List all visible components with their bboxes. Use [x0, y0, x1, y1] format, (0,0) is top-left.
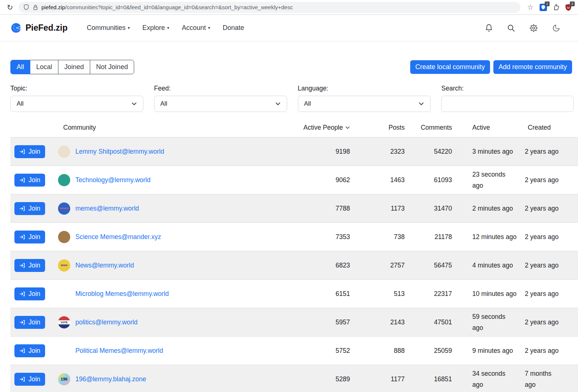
comments-count: 47501 [405, 318, 452, 326]
community-avatar [58, 146, 70, 158]
box-arrow-in-right-icon [19, 205, 26, 212]
box-arrow-in-right-icon [19, 262, 26, 269]
last-active-time: 3 minutes ago [452, 146, 517, 157]
box-arrow-in-right-icon [19, 149, 26, 155]
community-link[interactable]: Science Memes@mander.xyz [75, 233, 161, 241]
comments-count: 16851 [405, 375, 452, 383]
box-arrow-in-right-icon [19, 319, 26, 325]
active-people-count: 6823 [295, 262, 350, 269]
nav-item-explore[interactable]: Explore▾ [142, 24, 169, 32]
box-arrow-in-right-icon [19, 348, 26, 354]
notifications-bell-icon[interactable] [485, 24, 493, 33]
created-time: 2 years ago [517, 231, 578, 242]
extension-thumb-icon[interactable] [551, 3, 560, 12]
community-avatar [58, 174, 70, 186]
feed-label: Feed: [154, 85, 287, 92]
nav-item-account[interactable]: Account▾ [182, 24, 210, 32]
last-active-time: 34 seconds ago [452, 368, 517, 390]
filter-tab-group: All Local Joined Not Joined [10, 60, 134, 74]
table-row: Join 196 196@lemmy.blahaj.zone 5289 1177… [10, 365, 578, 392]
join-button[interactable]: Join [14, 202, 45, 215]
extension-red-shield-icon[interactable]: ω 2 [564, 3, 573, 12]
create-local-community-button[interactable]: Create local community [410, 60, 490, 74]
table-header-row: Community Active People Posts Comments A… [10, 118, 578, 137]
join-button[interactable]: Join [14, 287, 45, 300]
tab-joined[interactable]: Joined [58, 60, 90, 74]
join-button[interactable]: Join [14, 145, 45, 158]
piefed-logo-icon [11, 23, 21, 33]
brand[interactable]: PieFed.zip [11, 23, 68, 33]
dark-mode-moon-icon[interactable] [552, 24, 560, 32]
bookmark-star-icon[interactable]: ☆ [526, 3, 535, 12]
last-active-time: 2 minutes ago [452, 203, 517, 214]
community-avatar: NEWS [58, 259, 70, 272]
header-community: Community [44, 124, 295, 132]
header-active[interactable]: Active [452, 124, 517, 132]
table-row: Join Political Memes@lemmy.world 5752 88… [10, 336, 578, 365]
community-link[interactable]: memes@lemmy.world [75, 205, 139, 212]
created-time: 2 years ago [517, 317, 578, 328]
last-active-time: 9 minutes ago [452, 345, 517, 356]
last-active-time: 59 seconds ago [452, 311, 517, 333]
search-input[interactable] [441, 96, 574, 112]
box-arrow-in-right-icon [19, 291, 26, 297]
community-link[interactable]: Lemmy Shitpost@lemmy.world [75, 148, 164, 155]
language-select[interactable]: All [298, 96, 431, 112]
header-created[interactable]: Created [517, 124, 578, 132]
chevron-down-icon [275, 102, 281, 106]
join-button[interactable]: Join [14, 174, 45, 187]
created-time: 7 months ago [517, 368, 578, 390]
lock-icon[interactable] [33, 3, 38, 12]
header-posts[interactable]: Posts [350, 124, 405, 132]
tracking-shield-icon[interactable] [23, 3, 30, 12]
join-button[interactable]: Join [14, 373, 45, 386]
nav-item-donate[interactable]: Donate [222, 24, 244, 32]
url-text[interactable]: piefed.zip/communities?topic_id=0&feed_i… [41, 4, 293, 10]
active-people-count: 5957 [295, 318, 350, 326]
community-avatar: 196 [58, 373, 70, 385]
posts-count: 738 [350, 233, 405, 241]
created-time: 2 years ago [517, 146, 578, 157]
tab-local[interactable]: Local [30, 60, 58, 74]
reload-icon[interactable]: ↻ [5, 3, 15, 12]
last-active-time: 10 minutes ago [452, 288, 517, 299]
comments-count: 61093 [405, 176, 452, 184]
add-remote-community-button[interactable]: Add remote community [493, 60, 572, 74]
language-label: Language: [298, 85, 431, 92]
table-row: Join Microblog Memes@lemmy.world 6151 51… [10, 279, 578, 308]
created-time: 2 years ago [517, 288, 578, 299]
community-link[interactable]: Political Memes@lemmy.world [75, 347, 163, 354]
community-link[interactable]: News@lemmy.world [75, 262, 134, 269]
settings-gear-icon[interactable] [529, 24, 538, 33]
extension-blue-shield-icon[interactable]: 1 [539, 3, 548, 12]
feed-select[interactable]: All [154, 96, 287, 112]
topic-select[interactable]: All [10, 96, 143, 112]
community-link[interactable]: politics@lemmy.world [75, 318, 137, 326]
last-active-time: 23 seconds ago [452, 169, 517, 191]
table-row: Join Lemmy Shitpost@lemmy.world 9198 232… [10, 137, 578, 166]
community-link[interactable]: 196@lemmy.blahaj.zone [75, 375, 146, 383]
join-button[interactable]: Join [14, 259, 45, 272]
join-button[interactable]: Join [14, 344, 45, 357]
header-comments[interactable]: Comments [405, 124, 452, 132]
tab-not-joined[interactable]: Not Joined [90, 60, 134, 74]
search-icon[interactable] [507, 24, 515, 32]
table-row: Join VOTE politics@lemmy.world 5957 2143… [10, 308, 578, 336]
address-bar[interactable]: piefed.zip/communities?topic_id=0&feed_i… [18, 2, 520, 13]
table-row: Join Science Memes@mander.xyz 7353 738 2… [10, 222, 578, 251]
nav-item-communities[interactable]: Communities▾ [87, 24, 130, 32]
tab-all[interactable]: All [10, 60, 30, 74]
table-row: Join Technology@lemmy.world 9062 1463 61… [10, 166, 578, 194]
posts-count: 1463 [350, 176, 405, 184]
comments-count: 21178 [405, 233, 452, 241]
active-people-count: 7788 [295, 205, 350, 212]
join-button[interactable]: Join [14, 316, 45, 329]
extension-badge: 2 [570, 1, 575, 6]
community-link[interactable]: Technology@lemmy.world [75, 176, 150, 184]
site-navbar: PieFed.zip Communities▾ Explore▾ Account… [0, 15, 578, 41]
community-link[interactable]: Microblog Memes@lemmy.world [75, 290, 169, 297]
header-active-people[interactable]: Active People [295, 124, 350, 132]
join-button[interactable]: Join [14, 231, 45, 243]
community-table-body: Join Lemmy Shitpost@lemmy.world 9198 232… [10, 137, 578, 392]
communities-table: Community Active People Posts Comments A… [10, 118, 578, 392]
